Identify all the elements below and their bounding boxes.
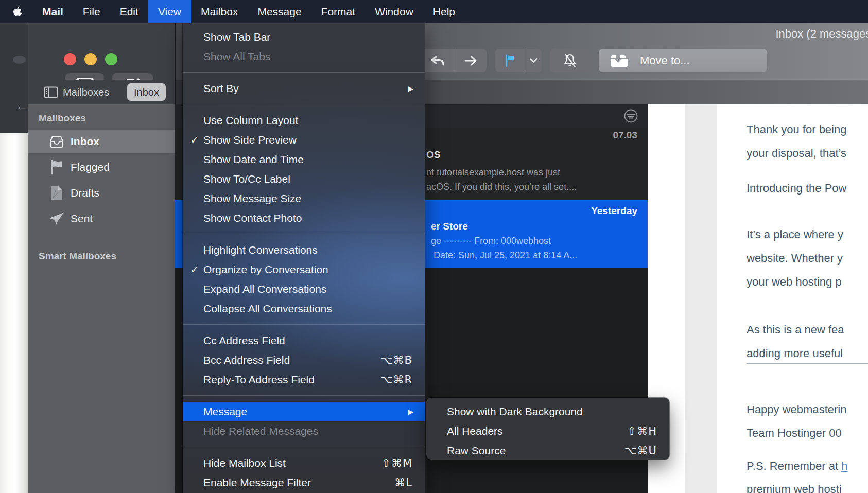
menubar-item-file[interactable]: File <box>73 0 110 23</box>
menu-item-cc-address-field[interactable]: Cc Address Field <box>183 331 425 350</box>
menu-separator <box>183 66 425 79</box>
menu-item-bcc-address-field[interactable]: Bcc Address Field⌥⌘B <box>183 350 425 370</box>
menu-item-show-date-and-time[interactable]: Show Date and Time <box>183 150 425 169</box>
email-text-line: Thank you for being <box>747 123 846 136</box>
menu-bar: Mail File Edit View Mailbox Message Form… <box>0 0 868 23</box>
menubar-item-message[interactable]: Message <box>248 0 311 23</box>
minimize-window-button[interactable] <box>84 53 97 65</box>
keyboard-shortcut: ⇧⌘M <box>381 453 412 473</box>
menubar-item-mail[interactable]: Mail <box>32 0 73 23</box>
sidebar-item-label: Sent <box>71 213 93 225</box>
sidebar-item-inbox[interactable]: Inbox <box>28 130 175 153</box>
sidebar-item-sent[interactable]: Sent <box>28 207 175 231</box>
menu-item-show-tab-bar[interactable]: Show Tab Bar <box>183 27 425 47</box>
sidebar-section-mailboxes: Mailboxes <box>39 113 86 124</box>
email-reading-pane: Thank you for being your disposal, that’… <box>648 104 868 493</box>
message-time: 07.03 <box>613 130 637 141</box>
sidebar-item-drafts[interactable]: Drafts <box>28 181 175 205</box>
menu-item-reply-to-address-field[interactable]: Reply-To Address Field⌥⌘R <box>183 370 425 390</box>
window-title: Inbox (2 messages) <box>607 27 868 41</box>
menu-item-expand-all-conversations[interactable]: Expand All Conversations <box>183 279 425 299</box>
email-text-line: your web hosting p <box>747 275 842 289</box>
menu-item-collapse-all-conversations[interactable]: Collapse All Conversations <box>183 299 425 319</box>
sent-icon <box>48 211 65 226</box>
message-preview: Date: Sun, Jul 25, 2021 at 8:14 A... <box>433 250 577 261</box>
email-text-line: P.S. Remember at h <box>747 460 847 473</box>
email-text-line: premium web hosti <box>747 483 842 493</box>
apple-menu[interactable] <box>0 0 32 23</box>
inbox-tray-icon <box>48 134 65 149</box>
menubar-item-window[interactable]: Window <box>365 0 423 23</box>
message-subject: er Store <box>431 221 468 232</box>
menubar-item-edit[interactable]: Edit <box>110 0 148 23</box>
email-text-line: adding more useful <box>747 347 843 360</box>
mute-bell-icon <box>563 53 577 68</box>
inbox-nav-button[interactable]: Inbox <box>127 83 166 101</box>
submenu-item-all-headers[interactable]: All Headers⇧⌘H <box>426 421 669 441</box>
submenu-item-show-with-dark-background[interactable]: Show with Dark Background <box>426 402 669 421</box>
email-text-line: As this is a new fea <box>747 323 844 337</box>
menu-separator <box>183 441 425 453</box>
flag-dropdown-button[interactable] <box>525 49 542 72</box>
menu-item-enable-message-filter[interactable]: Enable Message Filter⌘L <box>183 473 425 492</box>
mailbox-sidebar: Mailboxes Inbox Flagged Drafts <box>28 104 175 493</box>
chevron-down-icon <box>530 58 537 63</box>
email-margin-strip <box>685 104 717 493</box>
menu-item-message[interactable]: Message▶ <box>183 402 425 421</box>
menu-item-sort-by[interactable]: Sort By▶ <box>183 79 425 98</box>
avatar <box>13 56 26 64</box>
menu-item-hide-related-messages: Hide Related Messages <box>183 421 425 441</box>
menu-item-show-to-cc-label[interactable]: Show To/Cc Label <box>183 169 425 189</box>
sidebar-toggle-icon[interactable] <box>44 86 58 98</box>
menu-item-show-side-preview[interactable]: ✓Show Side Preview <box>183 130 425 150</box>
email-divider <box>747 363 868 364</box>
menu-item-use-column-layout[interactable]: Use Column Layout <box>183 111 425 130</box>
move-to-label: Move to... <box>640 54 690 67</box>
menubar-item-mailbox[interactable]: Mailbox <box>191 0 248 23</box>
background-window-body <box>0 133 28 493</box>
menubar-item-format[interactable]: Format <box>311 0 366 23</box>
back-arrow-icon[interactable]: ← <box>15 99 29 112</box>
email-text-line: It’s a place where y <box>747 228 843 241</box>
menu-item-show-contact-photo[interactable]: Show Contact Photo <box>183 208 425 228</box>
menubar-item-help[interactable]: Help <box>423 0 465 23</box>
menu-item-show-message-size[interactable]: Show Message Size <box>183 189 425 208</box>
forward-button[interactable] <box>454 49 487 72</box>
drafts-icon <box>48 185 65 201</box>
checkmark-icon: ✓ <box>187 130 202 150</box>
zoom-window-button[interactable] <box>105 53 117 65</box>
email-link[interactable]: h <box>841 460 847 472</box>
sidebar-section-smart-mailboxes: Smart Mailboxes <box>39 251 116 262</box>
menu-separator <box>183 98 425 111</box>
checkmark-icon: ✓ <box>187 260 202 279</box>
submenu-arrow-icon: ▶ <box>408 79 413 98</box>
close-window-button[interactable] <box>64 53 76 65</box>
reply-button[interactable] <box>421 49 454 72</box>
mute-button[interactable] <box>550 49 590 72</box>
menu-item-highlight-conversations[interactable]: Highlight Conversations <box>183 240 425 260</box>
menubar-item-view[interactable]: View <box>148 0 191 23</box>
submenu-item-raw-source[interactable]: Raw Source⌥⌘U <box>426 441 669 461</box>
apple-logo-icon <box>12 6 22 17</box>
background-window-header: ← <box>0 23 28 133</box>
flag-icon <box>48 160 65 175</box>
move-to-button[interactable]: Move to... <box>599 49 767 72</box>
view-menu-dropdown: Show Tab Bar Show All Tabs Sort By▶ Use … <box>183 23 425 493</box>
menu-item-organize-by-conversation[interactable]: ✓Organize by Conversation <box>183 260 425 279</box>
email-text-line: your disposal, that’s <box>747 147 846 160</box>
keyboard-shortcut: ⌥⌘U <box>624 441 657 461</box>
menu-separator <box>183 228 425 240</box>
menu-item-show-all-tabs: Show All Tabs <box>183 47 425 66</box>
email-text-line: Team Hostinger 00 <box>747 427 842 440</box>
menu-item-hide-mailbox-list[interactable]: Hide Mailbox List⇧⌘M <box>183 453 425 473</box>
filter-button[interactable] <box>624 109 638 123</box>
email-text-line: website. Whether y <box>747 252 843 265</box>
keyboard-shortcut: ⌘L <box>394 473 412 492</box>
message-submenu: Show with Dark Background All Headers⇧⌘H… <box>426 398 669 460</box>
sidebar-item-flagged[interactable]: Flagged <box>28 155 175 179</box>
keyboard-shortcut: ⌥⌘R <box>380 370 412 390</box>
menu-separator <box>183 390 425 402</box>
mailboxes-nav-label[interactable]: Mailboxes <box>63 86 109 98</box>
menu-separator <box>183 319 425 331</box>
flag-button[interactable] <box>495 49 525 72</box>
